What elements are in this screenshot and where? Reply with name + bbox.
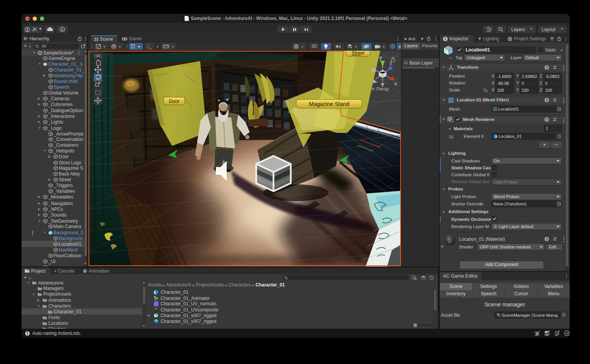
svg-text:?: ?: [546, 66, 548, 69]
svg-text:Y: Y: [133, 46, 135, 49]
svg-text:Magazine Stand: Magazine Stand: [309, 101, 350, 107]
svg-text:?: ?: [546, 98, 548, 102]
svg-text:x: x: [394, 81, 397, 86]
svg-text:z: z: [390, 60, 392, 66]
svg-text:⋖ Persp: ⋖ Persp: [371, 86, 389, 92]
svg-text:y: y: [380, 55, 382, 60]
svg-text:p: p: [61, 28, 63, 31]
svg-text:?: ?: [546, 237, 548, 241]
svg-text:Street: Street: [351, 51, 365, 56]
svg-text:X: X: [131, 46, 133, 49]
svg-text:Door: Door: [169, 98, 180, 104]
svg-text:?: ?: [546, 118, 548, 122]
